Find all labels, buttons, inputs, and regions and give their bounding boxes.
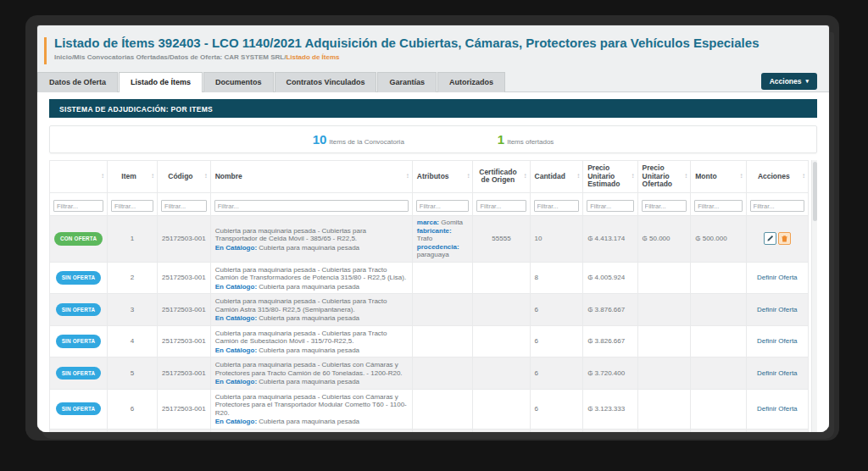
catalog-label: En Catálogo: (215, 378, 259, 385)
monto-cell (691, 294, 746, 326)
catalog-label: En Catálogo: (215, 346, 259, 354)
certificado-origen-cell (473, 389, 530, 429)
column-header-monto[interactable]: Monto↕ (691, 161, 746, 193)
sort-icon[interactable]: ↕ (151, 173, 154, 181)
filter-input-cantidad[interactable] (534, 200, 580, 212)
column-header-label: Código (168, 173, 199, 181)
column-header-label: Precio Unitario Estimado (587, 164, 632, 189)
app-window: Listado de Ítems 392403 - LCO 1140/2021 … (37, 25, 829, 432)
table-scrollbar[interactable] (811, 160, 817, 432)
sort-icon[interactable]: ↕ (204, 173, 208, 181)
column-header-precio-unitario-estimado[interactable]: Precio Unitario Estimado↕ (583, 161, 637, 193)
codigo-cell: 25172503-001 (158, 429, 211, 432)
acciones-cell: Definir Oferta (746, 429, 808, 432)
column-header-label: Item (121, 173, 142, 181)
attribute-label: procedencia: (417, 243, 459, 251)
cantidad-cell: 8 (530, 262, 583, 294)
column-header-item[interactable]: Item↕ (108, 161, 158, 193)
atributos-cell: marca: Gomitafabricante: Trafoprocedenci… (412, 216, 473, 263)
sort-icon[interactable]: ↕ (101, 173, 104, 181)
column-header-label: Atributos (417, 173, 456, 181)
sort-icon[interactable]: ↕ (466, 173, 470, 181)
tab-datos-de-oferta[interactable]: Datos de Oferta (37, 72, 118, 92)
tab-listado-de-items[interactable]: Listado de Ítems (119, 72, 203, 92)
column-header-nombre[interactable]: Nombre↕ (210, 161, 412, 193)
ofertados-items-count: 1 Items ofertados (498, 132, 554, 147)
item-number-cell: 6 (108, 389, 158, 429)
catalog-line: En Catálogo: Cubierta para maquinaria pe… (215, 418, 408, 426)
certificado-origen-cell (473, 262, 530, 294)
catalog-line: En Catálogo: Cubierta para maquinaria pe… (215, 314, 408, 323)
filter-cell (50, 192, 108, 216)
filter-input-item[interactable] (111, 200, 153, 212)
acciones-cell: Definir Oferta (746, 294, 808, 326)
sort-icon[interactable]: ↕ (524, 173, 527, 181)
delete-offer-button[interactable] (778, 232, 791, 245)
offer-status-cell: SIN OFERTA (50, 357, 108, 390)
sort-icon[interactable]: ↕ (740, 173, 743, 181)
column-header-label: Certificado de Origen (477, 169, 525, 185)
column-header-precio-unitario-ofertado[interactable]: Precio Unitario Ofertado↕ (637, 161, 691, 193)
filter-input-nombre[interactable] (214, 200, 409, 212)
atributos-cell (412, 294, 473, 326)
column-header-certificado-de-origen[interactable]: Certificado de Origen↕ (473, 161, 530, 193)
column-header-cantidad[interactable]: Cantidad↕ (530, 161, 583, 193)
filter-input-precio-unitario-estimado[interactable] (587, 200, 633, 212)
filter-input-certificado-de-origen[interactable] (476, 200, 526, 212)
breadcrumb-path[interactable]: Inicio/Mis Convocatorias Ofertadas/Datos… (54, 53, 286, 61)
filter-input-c-digo[interactable] (161, 200, 207, 212)
offer-status-cell: SIN OFERTA (50, 294, 108, 326)
definir-oferta-link[interactable]: Definir Oferta (751, 337, 804, 346)
precio-unitario-ofertado-cell (637, 357, 691, 390)
column-header-atributos[interactable]: Atributos↕ (412, 161, 473, 193)
sort-icon[interactable]: ↕ (684, 173, 687, 181)
column-header-badge[interactable]: ↕ (50, 161, 108, 193)
definir-oferta-link[interactable]: Definir Oferta (751, 274, 804, 282)
ofertados-count-label: Items ofertados (507, 138, 554, 146)
filter-cell (473, 192, 530, 216)
definir-oferta-link[interactable]: Definir Oferta (751, 306, 804, 314)
definir-oferta-link[interactable]: Definir Oferta (751, 405, 804, 413)
definir-oferta-link[interactable]: Definir Oferta (751, 369, 804, 378)
filter-input-acciones[interactable] (750, 200, 804, 212)
atributos-cell (412, 325, 473, 357)
codigo-cell: 25172503-001 (158, 357, 211, 390)
precio-unitario-ofertado-cell (637, 429, 691, 432)
column-header-c-digo[interactable]: Código↕ (158, 161, 211, 193)
codigo-cell: 25172503-001 (158, 389, 211, 429)
tab-autorizados[interactable]: Autorizados (437, 72, 505, 92)
acciones-button[interactable]: Acciones ▾ (761, 73, 817, 90)
tabbar: Datos de Oferta Listado de Ítems Documen… (37, 73, 817, 92)
tab-documentos[interactable]: Documentos (203, 72, 274, 92)
acciones-cell: Definir Oferta (746, 389, 808, 429)
filter-input-atributos[interactable] (416, 200, 470, 212)
sort-icon[interactable]: ↕ (632, 173, 635, 181)
offer-status-cell: SIN OFERTA (50, 262, 108, 294)
sort-icon[interactable]: ↕ (406, 173, 409, 181)
edit-offer-button[interactable] (764, 232, 776, 245)
tab-garantias[interactable]: Garantías (377, 72, 437, 92)
filter-input-badge[interactable] (53, 200, 103, 212)
filter-input-precio-unitario-ofertado[interactable] (642, 200, 687, 212)
cantidad-cell: 10 (530, 216, 583, 263)
tab-contratos-vinculados[interactable]: Contratos Vinculados (275, 72, 377, 92)
sort-icon[interactable]: ↕ (576, 173, 580, 181)
column-header-label: Nombre (215, 173, 249, 181)
cantidad-cell: 6 (530, 325, 583, 357)
acciones-button-label: Acciones (770, 77, 802, 86)
content-card: SISTEMA DE ADJUDICACIÓN: POR ITEMS 10 It… (37, 92, 829, 432)
item-description: Cubierta para maquinaria pesada - Cubier… (215, 393, 408, 418)
breadcrumb[interactable]: Inicio/Mis Convocatorias Ofertadas/Datos… (47, 53, 814, 61)
column-header-acciones[interactable]: Acciones↕ (746, 161, 808, 193)
sort-icon[interactable]: ↕ (802, 173, 805, 181)
table-filter-row (50, 192, 809, 216)
chevron-down-icon: ▾ (805, 78, 809, 85)
cantidad-cell: 6 (530, 429, 583, 432)
items-table-wrap: ↕Item↕Código↕Nombre↕Atributos↕Certificad… (49, 160, 817, 432)
status-badge: SIN OFERTA (56, 367, 102, 380)
filter-input-monto[interactable] (694, 200, 742, 212)
table-row: SIN OFERTA725172503-001Cubierta para maq… (50, 429, 809, 432)
table-scrollbar-thumb[interactable] (813, 162, 817, 221)
codigo-cell: 25172503-001 (158, 325, 211, 357)
status-badge: CON OFERTA (54, 232, 103, 246)
